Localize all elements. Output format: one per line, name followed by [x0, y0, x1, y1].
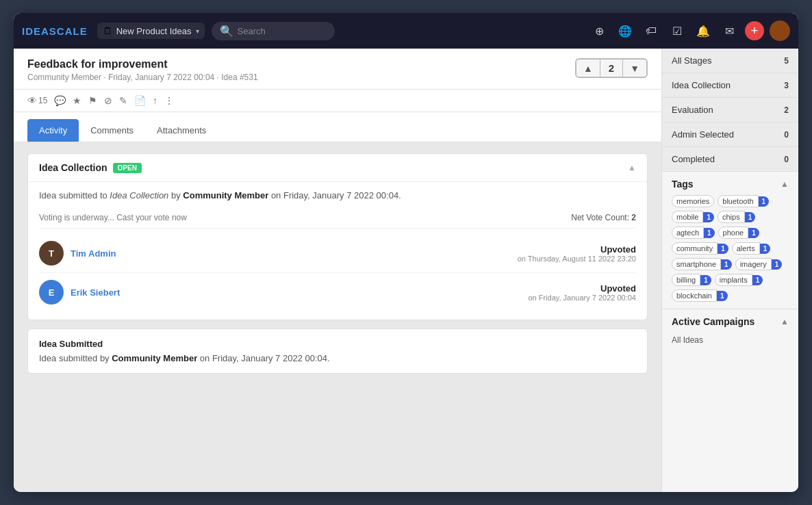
bell-icon[interactable]: 🔔	[693, 21, 713, 41]
idea-header: Feedback for improvement Community Membe…	[14, 49, 661, 90]
activity-card-title: Idea Collection Open	[39, 162, 142, 173]
stage-row-admin-name: Admin Selected	[672, 129, 734, 140]
flag-icon[interactable]: ⚑	[88, 95, 97, 106]
tag-mobile[interactable]: mobile 1	[672, 211, 714, 223]
moderate-icon[interactable]: ⊘	[104, 95, 112, 106]
tag-phone-label: phone	[718, 226, 749, 239]
tab-attachments[interactable]: Attachments	[145, 119, 218, 142]
vote-widget: ▲ 2 ▼	[575, 58, 648, 78]
tag-community[interactable]: community 1	[672, 242, 728, 255]
tag-alerts-label: alerts	[732, 242, 760, 255]
tab-comments[interactable]: Comments	[79, 119, 145, 142]
campaign-name: New Product Ideas	[116, 26, 192, 36]
tag-smartphone-label: smartphone	[672, 258, 721, 270]
stage-row-idea-collection[interactable]: Idea Collection 3	[662, 73, 798, 98]
tag-chips[interactable]: chips 1	[718, 211, 755, 223]
stage-row-comp-name: Completed	[672, 154, 715, 164]
vote-date-2: on Friday, January 7 2022 00:04	[528, 294, 636, 302]
stage-row-all[interactable]: All Stages 5	[662, 49, 798, 73]
upvote-button[interactable]: ▲	[576, 60, 600, 77]
tab-activity[interactable]: Activity	[27, 119, 79, 142]
stages-section: All Stages 5 Idea Collection 3 Evaluatio…	[662, 49, 798, 172]
search-icon: 🔍	[220, 25, 233, 38]
compass-icon[interactable]: ⊕	[589, 21, 609, 41]
downvote-button[interactable]: ▼	[623, 60, 646, 77]
tag-implants-label: implants	[715, 274, 752, 286]
tag-phone[interactable]: phone 1	[718, 226, 759, 239]
submitted-card-title: Idea Submitted	[39, 339, 636, 349]
tag-bluetooth-count: 1	[759, 196, 770, 207]
tags-toggle[interactable]: ▲	[781, 179, 789, 189]
tag-implants[interactable]: implants 1	[715, 274, 763, 286]
stage-row-completed[interactable]: Completed 0	[662, 147, 798, 172]
campaign-all-ideas[interactable]: All Ideas	[672, 333, 789, 348]
vote-action-info-1: Upvoted on Thursday, August 11 2022 23:2…	[518, 244, 636, 263]
tag-imagery[interactable]: imagery 1	[735, 258, 783, 270]
tags-section: Tags ▲ memories bluetooth 1 mobile 1	[662, 172, 798, 309]
tag-bluetooth[interactable]: bluetooth 1	[718, 195, 769, 207]
search-input[interactable]	[238, 26, 320, 36]
views-icon[interactable]: 👁 15	[27, 95, 47, 106]
tag-agtech[interactable]: agtech 1	[672, 226, 715, 239]
campaign-selector[interactable]: 🗒 New Product Ideas ▾	[97, 23, 205, 39]
globe-icon[interactable]: 🌐	[615, 21, 635, 41]
tag-billing[interactable]: billing 1	[672, 274, 711, 286]
tag-community-count: 1	[718, 244, 728, 254]
check-icon[interactable]: ☑	[667, 21, 687, 41]
tag-smartphone-count: 1	[721, 259, 732, 270]
stage-row-comp-count: 0	[784, 155, 789, 164]
export-icon[interactable]: ↑	[153, 95, 157, 106]
collapse-button[interactable]: ▲	[628, 163, 636, 172]
stage-italic: Idea Collection	[110, 190, 168, 200]
comment-icon[interactable]: 💬	[54, 95, 66, 106]
tag-memories[interactable]: memories	[672, 195, 714, 207]
tag-mobile-label: mobile	[672, 211, 703, 223]
logo: IDEASCALE	[22, 25, 88, 37]
vote-action-1: Upvoted	[518, 244, 636, 255]
tags-title: Tags	[672, 179, 694, 190]
stage-row-evaluation[interactable]: Evaluation 2	[662, 98, 798, 122]
campaigns-toggle[interactable]: ▲	[781, 317, 789, 326]
nav-icons: ⊕ 🌐 🏷 ☑ 🔔 ✉ +	[589, 21, 790, 41]
stage-row-all-name: All Stages	[672, 55, 712, 66]
tag-blockchain-count: 1	[717, 291, 728, 301]
tag-icon[interactable]: 🏷	[641, 21, 661, 41]
vote-user-2[interactable]: Erik Siebert	[71, 287, 120, 298]
open-badge: Open	[113, 163, 142, 173]
activity-card-body: Idea submitted to Idea Collection by Com…	[28, 182, 647, 320]
doc-icon[interactable]: 📄	[134, 95, 146, 106]
stage-row-eval-name: Evaluation	[672, 105, 713, 115]
tag-smartphone[interactable]: smartphone 1	[672, 258, 732, 270]
campaign-emoji: 🗒	[103, 25, 112, 36]
submitted-card: Idea Submitted Idea submitted by Communi…	[27, 328, 648, 374]
vote-action-info-2: Upvoted on Friday, January 7 2022 00:04	[528, 283, 636, 302]
submitted-card-submitter: Community Member	[112, 353, 197, 363]
tag-chips-label: chips	[718, 211, 745, 223]
stage-row-admin-selected[interactable]: Admin Selected 0	[662, 122, 798, 147]
tag-billing-count: 1	[700, 275, 711, 285]
idea-meta: Community Member · Friday, January 7 202…	[27, 73, 648, 82]
vote-action-2: Upvoted	[528, 283, 636, 294]
avatar[interactable]	[770, 21, 790, 41]
submitted-text: Idea submitted to Idea Collection by Com…	[39, 190, 636, 200]
vote-user-1[interactable]: Tim Admin	[71, 248, 116, 259]
vote-avatar-1: T	[39, 241, 64, 266]
right-sidebar: All Stages 5 Idea Collection 3 Evaluatio…	[661, 49, 798, 492]
action-icons-bar: 👁 15 💬 ★ ⚑ ⊘ ✎ 📄 ↑ ⋮	[14, 90, 661, 112]
vote-entry-2: E Erik Siebert Upvoted on Friday, Januar…	[39, 273, 636, 311]
mail-icon[interactable]: ✉	[719, 21, 739, 41]
edit-icon[interactable]: ✎	[119, 95, 127, 106]
vote-count: 2	[600, 60, 623, 77]
activity-container: Idea Collection Open ▲ Idea submitted to…	[14, 142, 661, 393]
tag-alerts[interactable]: alerts 1	[732, 242, 770, 255]
add-button[interactable]: +	[745, 21, 764, 40]
more-icon[interactable]: ⋮	[164, 95, 174, 106]
tag-blockchain[interactable]: blockchain 1	[672, 289, 728, 302]
campaigns-section-header: Active Campaigns ▲	[672, 316, 789, 327]
chevron-down-icon: ▾	[196, 27, 199, 35]
activity-card-header: Idea Collection Open ▲	[28, 154, 647, 182]
star-icon[interactable]: ★	[73, 95, 81, 106]
left-panel: Feedback for improvement Community Membe…	[14, 49, 661, 492]
net-vote: Net Vote Count: 2	[571, 213, 636, 222]
tags-section-header: Tags ▲	[672, 179, 789, 190]
